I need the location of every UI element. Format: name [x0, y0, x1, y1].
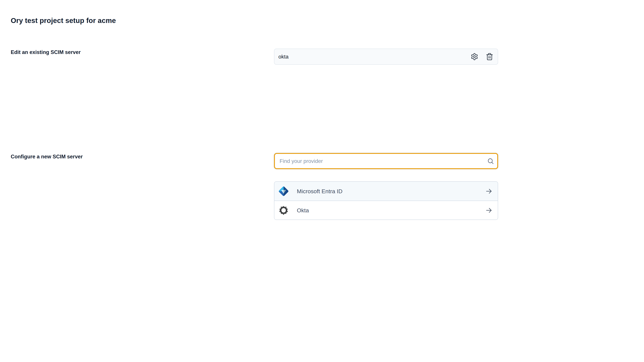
provider-search: [274, 153, 498, 169]
provider-search-input[interactable]: [274, 153, 498, 169]
scim-setup-page: Ory test project setup for acme Edit an …: [0, 0, 644, 362]
provider-row-okta[interactable]: Okta: [274, 201, 498, 220]
microsoft-entra-id-logo: [278, 186, 289, 196]
scim-server-row: okta: [274, 49, 498, 65]
provider-label: Microsoft Entra ID: [297, 188, 342, 194]
scim-server-name: okta: [278, 54, 288, 59]
gear-icon: [470, 53, 478, 60]
arrow-right-icon: [485, 187, 493, 195]
arrow-right-icon: [485, 206, 493, 214]
provider-list: Microsoft Entra ID: [274, 181, 498, 220]
edit-scim-heading: Edit an existing SCIM server: [11, 49, 81, 55]
trash-icon: [486, 53, 494, 60]
provider-row-microsoft-entra-id[interactable]: Microsoft Entra ID: [274, 182, 498, 201]
okta-logo: [278, 205, 289, 216]
configure-server-button[interactable]: [470, 53, 478, 60]
delete-server-button[interactable]: [486, 53, 494, 60]
server-actions: [470, 53, 494, 60]
provider-label: Okta: [297, 207, 309, 213]
page-title: Ory test project setup for acme: [11, 16, 116, 25]
configure-scim-heading: Configure a new SCIM server: [11, 153, 83, 160]
